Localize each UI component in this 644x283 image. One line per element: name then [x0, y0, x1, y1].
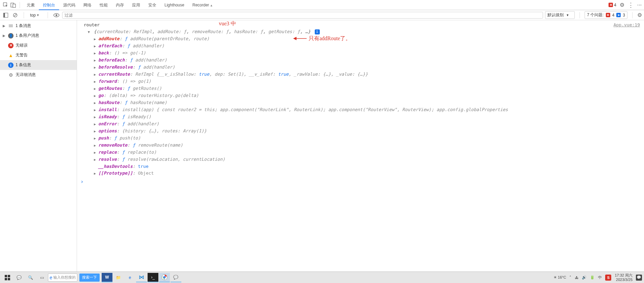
sidebar-item[interactable]: ✕无错误: [0, 41, 77, 50]
expand-icon[interactable]: ▶: [94, 121, 97, 128]
panel-tab-安全[interactable]: 安全: [144, 0, 160, 10]
log-level-selector[interactable]: 默认级别 ▼: [545, 11, 575, 19]
expand-icon[interactable]: ▶: [94, 57, 97, 64]
live-expression-icon[interactable]: [53, 11, 60, 19]
expand-icon[interactable]: ▶: [94, 100, 97, 106]
sidebar-item[interactable]: i1 条信息: [0, 60, 77, 70]
panel-tab-源代码[interactable]: 源代码: [59, 0, 79, 10]
context-label: top: [30, 13, 36, 18]
sidebar-item[interactable]: ▲无警告: [0, 50, 77, 60]
dock-icon[interactable]: ⋮: [637, 3, 642, 7]
expand-icon: ▶: [3, 34, 6, 37]
issues-indicator[interactable]: 7 个问题: ✕4 ➤3: [585, 11, 627, 19]
expand-icon[interactable]: ▶: [94, 93, 97, 99]
messages-icon: [8, 23, 14, 29]
svg-line-6: [14, 14, 17, 17]
user-icon: 👤: [8, 33, 14, 38]
error-icon: ✕: [606, 13, 610, 17]
object-property-row[interactable]: ▶isReady: ƒ isReady(): [84, 113, 644, 121]
console-prompt[interactable]: ›: [77, 178, 644, 185]
expand-icon[interactable]: ▶: [94, 107, 97, 113]
panel-tab-控制台[interactable]: 控制台: [39, 0, 59, 10]
object-property-row[interactable]: ▶forward: () => go(1): [84, 78, 644, 85]
object-property-row[interactable]: ▶push: ƒ push(to): [84, 135, 644, 142]
separator: [632, 12, 633, 18]
console-output[interactable]: App.vue:19 vue3 中 只有addRoute了。 router ▼ …: [77, 20, 644, 272]
settings-icon[interactable]: ⚙: [620, 2, 624, 8]
issues-error-count: 4: [612, 13, 615, 18]
expand-icon[interactable]: ▶: [94, 85, 97, 92]
log-level-label: 默认级别: [547, 12, 564, 17]
expand-icon[interactable]: ▶: [94, 135, 97, 142]
error-icon: ✕: [609, 3, 613, 7]
object-property-row[interactable]: ▶afterEach: ƒ add(handler): [84, 43, 644, 50]
expand-icon[interactable]: ▶: [94, 170, 97, 177]
expand-icon[interactable]: ▶: [94, 43, 97, 50]
object-property-row[interactable]: ▶back: () => go(-1): [84, 50, 644, 57]
svg-rect-2: [13, 4, 16, 7]
panel-tab-网络[interactable]: 网络: [79, 0, 96, 10]
filter-input[interactable]: [62, 12, 543, 19]
expand-icon[interactable]: ▼: [88, 29, 91, 35]
object-property-row[interactable]: ▶beforeResolve: ƒ add(handler): [84, 64, 644, 71]
expand-icon[interactable]: ▶: [94, 64, 97, 71]
expand-icon[interactable]: ▶: [94, 71, 97, 78]
sidebar-item[interactable]: ▶👤1 条用户消息: [0, 31, 77, 41]
info-badge-icon[interactable]: i: [315, 29, 320, 34]
info-icon: i: [8, 62, 14, 68]
panel-tab-recorder[interactable]: Recorder ▲: [188, 0, 217, 10]
sidebar-item[interactable]: ▶1 条消息: [0, 21, 77, 31]
expand-icon[interactable]: ▶: [94, 128, 97, 135]
sidebar-item[interactable]: ⚙无详细消息: [0, 70, 77, 80]
panel-tab-应用[interactable]: 应用: [128, 0, 144, 10]
separator: [20, 2, 20, 8]
svg-point-8: [55, 14, 57, 16]
expand-icon[interactable]: ▶: [94, 156, 97, 163]
object-property-row[interactable]: ▶[[Prototype]]: Object: [84, 170, 644, 177]
more-icon[interactable]: ⋮: [628, 1, 634, 9]
object-property-row[interactable]: ▶resolve: ƒ resolve(rawLocation, current…: [84, 156, 644, 163]
object-property-row[interactable]: __hasDevtools: true: [84, 163, 644, 170]
svg-rect-4: [4, 13, 5, 17]
device-toolbar-icon[interactable]: [9, 1, 17, 9]
object-property-row[interactable]: ▶go: (delta) => routerHistory.go(delta): [84, 92, 644, 99]
panel-tab-元素[interactable]: 元素: [23, 0, 39, 10]
sidebar-item-label: 无错误: [16, 43, 28, 48]
source-link[interactable]: App.vue:19: [614, 22, 640, 28]
inspect-element-icon[interactable]: [2, 1, 9, 9]
object-property-row[interactable]: ▶removeRoute: ƒ removeRoute(name): [84, 142, 644, 149]
log-root-label[interactable]: router: [84, 22, 644, 28]
error-indicator[interactable]: ✕ 4: [609, 3, 616, 7]
object-property-row[interactable]: ▶replace: ƒ replace(to): [84, 149, 644, 156]
object-property-row[interactable]: ▶beforeEach: ƒ add(handler): [84, 57, 644, 64]
expand-icon[interactable]: ▶: [94, 78, 97, 85]
context-selector[interactable]: top ▼: [29, 13, 43, 18]
expand-icon[interactable]: ▶: [94, 142, 97, 149]
issues-label: 7 个问题:: [587, 12, 603, 18]
object-property-row[interactable]: ▶getRoutes: ƒ getRoutes(): [84, 85, 644, 92]
error-icon: ✕: [8, 43, 14, 48]
panel-tab-lighthouse[interactable]: Lighthouse: [160, 0, 188, 10]
annotation-label: 只有addRoute了。: [309, 35, 351, 42]
sidebar-toggle-icon[interactable]: [2, 11, 9, 19]
clear-console-icon[interactable]: [11, 11, 19, 19]
expand-icon[interactable]: ▶: [94, 149, 97, 156]
panel-tabs: 元素控制台源代码网络性能内存应用安全LighthouseRecorder ▲: [23, 0, 217, 10]
console-settings-icon[interactable]: ⚙: [637, 12, 642, 18]
dropdown-icon: ▼: [566, 14, 569, 17]
panel-tab-内存[interactable]: 内存: [112, 0, 128, 10]
object-property-row[interactable]: ▶hasRoute: ƒ hasRoute(name): [84, 99, 644, 106]
object-property-row[interactable]: ▶options: {history: {…}, routes: Array(1…: [84, 128, 644, 135]
panel-tab-性能[interactable]: 性能: [96, 0, 112, 10]
sidebar-item-label: 无警告: [16, 52, 28, 58]
annotation-text: vue3 中: [219, 20, 236, 27]
expand-icon[interactable]: ▶: [94, 50, 97, 57]
object-property-row[interactable]: ▶install: install(app) { const router2 =…: [84, 106, 644, 113]
separator: [24, 12, 24, 18]
object-summary-row[interactable]: ▼ {currentRoute: RefImpl, addRoute: ƒ, r…: [84, 28, 644, 35]
object-property-row[interactable]: ▶onError: ƒ add(handler): [84, 121, 644, 128]
object-property-row[interactable]: ▶addRoute: ƒ addRoute(parentOrRoute, rou…: [84, 35, 644, 43]
expand-icon[interactable]: ▶: [94, 114, 97, 121]
object-property-row[interactable]: ▶currentRoute: RefImpl {__v_isShallow: t…: [84, 71, 644, 78]
expand-icon[interactable]: ▶: [94, 36, 97, 43]
